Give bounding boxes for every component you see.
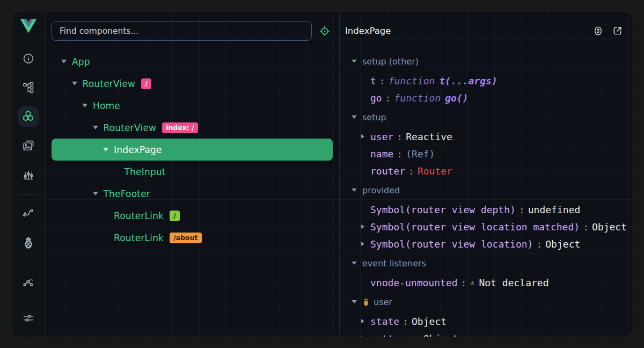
components-panel: AppRouterView/HomeRouterViewindex: /Inde…	[46, 11, 340, 337]
state-value: Object	[423, 333, 458, 337]
sidebar-bottom	[11, 301, 45, 337]
state-section-user[interactable]: user	[352, 291, 633, 313]
state-value: (Ref)	[406, 148, 435, 160]
expand-arrow-icon[interactable]	[361, 224, 370, 229]
tree-row-home[interactable]: Home	[52, 95, 333, 117]
section-label: event listeners	[362, 258, 426, 269]
route-badge: index: /	[162, 122, 198, 133]
hexagons-icon	[21, 110, 35, 124]
state-key: user	[370, 131, 393, 142]
state-row[interactable]: go:functiongo()	[352, 89, 633, 106]
expand-arrow-icon[interactable]	[82, 104, 93, 107]
locate-component-icon[interactable]	[319, 25, 331, 37]
state-value: t(...args)	[439, 75, 497, 86]
sidebar-item-assets[interactable]	[18, 135, 39, 156]
state-value: Router	[418, 165, 452, 177]
state-value: Object	[412, 316, 447, 327]
expand-arrow-icon[interactable]	[361, 336, 370, 337]
key-value-separator: :	[519, 204, 525, 215]
state-key: getters	[370, 333, 411, 337]
collapse-arrow-icon[interactable]	[352, 300, 358, 303]
collapse-arrow-icon[interactable]	[352, 60, 358, 63]
state-value: function	[389, 75, 435, 86]
sidebar-divider	[18, 263, 39, 263]
tree-icon	[22, 81, 35, 94]
tree-row-routerlink[interactable]: RouterLink/about	[52, 227, 333, 249]
state-section-setup-other-[interactable]: setup (other)	[352, 50, 633, 72]
tree-row-indexpage[interactable]: IndexPage	[52, 139, 333, 161]
key-value-separator: :	[414, 333, 420, 337]
sidebar-item-components[interactable]	[18, 106, 39, 127]
state-row[interactable]: getters:Object	[352, 330, 633, 337]
sidebar-item-graph[interactable]	[18, 272, 39, 292]
sidebar-item-overview[interactable]	[18, 48, 39, 69]
tree-row-theinput[interactable]: TheInput	[52, 161, 333, 183]
tree-row-routerview[interactable]: RouterView/	[52, 73, 333, 95]
key-value-separator: :	[379, 75, 385, 86]
collapse-arrow-icon[interactable]	[352, 262, 358, 265]
section-label: setup (other)	[362, 56, 419, 67]
router-icon	[22, 207, 35, 220]
sidebar-divider	[18, 194, 39, 195]
inspector-header: IndexPage	[340, 11, 633, 50]
timeline-icon	[22, 168, 35, 181]
state-key: state	[370, 316, 399, 327]
tree-row-routerview[interactable]: RouterViewindex: /	[52, 117, 333, 139]
state-section-setup[interactable]: setup	[352, 106, 633, 128]
state-row[interactable]: Symbol(router view location):Object	[352, 235, 633, 252]
tree-row-routerlink[interactable]: RouterLink/	[52, 205, 333, 227]
expand-arrow-icon[interactable]	[361, 242, 370, 246]
key-value-separator: :	[397, 131, 402, 142]
pinia-icon	[22, 236, 35, 249]
state-inspector: setup (other)t:functiont(...args)go:func…	[340, 50, 633, 337]
component-name: Home	[93, 100, 120, 111]
expand-arrow-icon[interactable]	[361, 134, 370, 139]
component-tree: AppRouterView/HomeRouterViewindex: /Inde…	[46, 50, 339, 337]
state-key: router	[370, 165, 405, 177]
key-value-separator: :	[397, 148, 402, 160]
collapse-arrow-icon[interactable]	[352, 115, 358, 119]
state-section-provided[interactable]: provided	[352, 179, 633, 201]
expand-arrow-icon[interactable]	[93, 192, 104, 195]
sidebar-item-pinia[interactable]	[18, 233, 39, 253]
state-row[interactable]: t:functiont(...args)	[352, 72, 633, 89]
expand-arrow-icon[interactable]	[61, 60, 72, 63]
expand-arrow-icon[interactable]	[93, 126, 104, 129]
state-row[interactable]: name: (Ref)	[352, 145, 633, 162]
state-row[interactable]: Symbol(router view location matched):Obj…	[352, 218, 633, 235]
state-row[interactable]: router:Router	[352, 162, 633, 179]
state-value: Object	[592, 221, 627, 233]
component-name: RouterLink	[114, 211, 164, 221]
tree-row-app[interactable]: App	[52, 50, 333, 73]
collapse-arrow-icon[interactable]	[352, 189, 358, 192]
state-key: vnode-unmounted	[370, 277, 458, 288]
state-row[interactable]: vnode-unmounted:⚠Not declared	[352, 274, 633, 291]
state-key: go	[370, 92, 382, 104]
sidebar-item-settings[interactable]	[18, 308, 39, 328]
component-name: RouterView	[83, 78, 136, 89]
search-input[interactable]	[52, 21, 312, 41]
vue-devtools-window: AppRouterView/HomeRouterViewindex: /Inde…	[11, 11, 633, 337]
component-name: App	[72, 56, 90, 67]
component-name: RouterLink	[114, 233, 164, 243]
state-section-event-listeners[interactable]: event listeners	[352, 252, 633, 274]
section-label: provided	[362, 185, 400, 195]
section-label: user	[362, 297, 392, 307]
sidebar-item-timeline[interactable]	[18, 164, 39, 185]
scroll-to-component-icon[interactable]	[592, 25, 604, 37]
state-row[interactable]: user:Reactive	[352, 128, 633, 145]
key-value-separator: :	[385, 92, 391, 104]
expand-arrow-icon[interactable]	[103, 148, 114, 151]
state-row[interactable]: state:Object	[352, 313, 633, 330]
components-toolbar	[46, 11, 339, 50]
inspected-component-title: IndexPage	[345, 26, 584, 36]
tree-row-thefooter[interactable]: TheFooter	[52, 183, 333, 205]
sidebar-item-router[interactable]	[18, 204, 39, 224]
state-row[interactable]: Symbol(router view depth):undefined	[352, 201, 633, 218]
open-in-editor-icon[interactable]	[612, 25, 623, 37]
state-value: Reactive	[406, 131, 452, 142]
expand-arrow-icon[interactable]	[361, 319, 370, 323]
component-name: TheFooter	[104, 189, 151, 199]
sidebar-item-components-tree[interactable]	[18, 77, 39, 98]
expand-arrow-icon[interactable]	[72, 82, 83, 85]
